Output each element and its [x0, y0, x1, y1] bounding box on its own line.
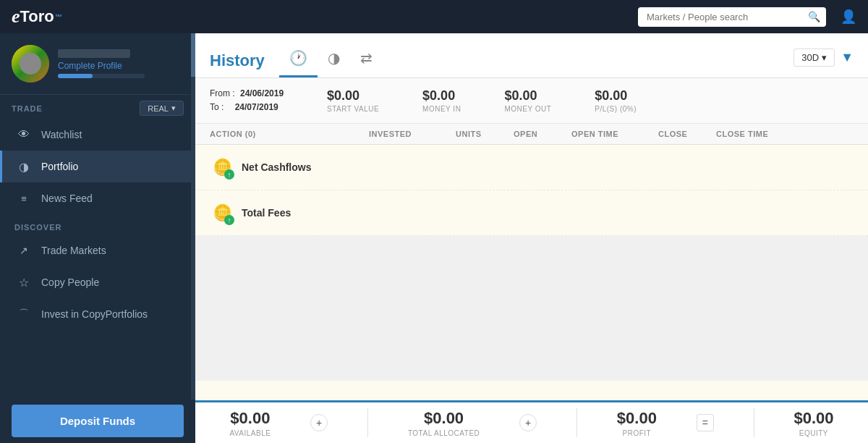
- col-open-time-header: OPEN TIME: [571, 130, 658, 138]
- divider: [754, 408, 754, 437]
- copy-portfolios-icon: ⌒: [17, 307, 31, 321]
- sidebar-scrollbar-thumb: [191, 33, 195, 77]
- main-layout: Complete Profile TRADE REAL ▾ 👁 Watchlis…: [0, 33, 868, 443]
- period-selector-button[interactable]: 30D ▾: [793, 48, 835, 67]
- stat-money-in: $0.00 MONEY IN: [422, 88, 461, 113]
- real-mode-button[interactable]: REAL ▾: [140, 101, 184, 116]
- cashflow-direction-icon: ↑: [224, 169, 234, 180]
- empty-table-area: [195, 236, 868, 381]
- discover-label: DISCOVER: [0, 214, 195, 235]
- filter-button[interactable]: ▼: [841, 50, 854, 65]
- bottom-bar: $0.00 AVAILABLE + $0.00 TOTAL ALLOCATED …: [195, 400, 868, 443]
- col-action-header: ACTION (0): [210, 130, 369, 138]
- transfer-icon: ⇄: [360, 49, 373, 67]
- trade-section: TRADE REAL ▾: [0, 95, 195, 119]
- stat-pl: $0.00 P/L(S) (0%): [595, 88, 637, 113]
- table-header: ACTION (0) INVESTED UNITS OPEN OPEN TIME…: [195, 124, 868, 145]
- nav-copy-portfolios[interactable]: ⌒ Invest in CopyPortfolios: [0, 298, 195, 330]
- pie-icon: ◑: [328, 49, 340, 67]
- equals-button[interactable]: =: [697, 414, 714, 431]
- sidebar-bottom: Deposit Funds: [0, 405, 195, 443]
- chevron-down-icon: ▾: [171, 104, 176, 113]
- header-controls: 30D ▾ ▼: [793, 48, 854, 72]
- table-body: 🪙 ↑ Net Cashflows 🪙 ↑ Total Fees: [195, 145, 868, 400]
- tab-history-transfer[interactable]: ⇄: [350, 43, 383, 77]
- divider: [367, 408, 368, 437]
- total-allocated-group: $0.00 TOTAL ALLOCATED: [408, 409, 480, 437]
- notifications-icon[interactable]: 👤: [841, 9, 856, 25]
- stats-bar: From : 24/06/2019 To : 24/07/2019 $0.00 …: [195, 78, 868, 124]
- top-navigation: eToro™ 🔍 👤: [0, 0, 868, 33]
- equity-group: $0.00 EQUITY: [793, 409, 833, 437]
- stat-equity: $0.00 EQUITY: [793, 409, 833, 437]
- logo: eToro™: [12, 6, 62, 28]
- total-fees-label: Total Fees: [242, 207, 291, 219]
- add-allocation-button[interactable]: +: [519, 414, 537, 431]
- trade-markets-icon: ↗: [17, 243, 31, 258]
- total-fees-icon: 🪙 ↑: [210, 201, 234, 225]
- divider: [576, 408, 577, 437]
- search-container: 🔍: [638, 7, 826, 27]
- sidebar-scrollbar[interactable]: [191, 33, 195, 400]
- table-row[interactable]: 🪙 ↑ Total Fees: [195, 190, 868, 236]
- nav-portfolio[interactable]: ◑ Portfolio: [0, 151, 195, 182]
- col-open-header: OPEN: [514, 130, 571, 138]
- complete-profile-link[interactable]: Complete Profile: [58, 61, 184, 71]
- stat-total-allocated: $0.00 TOTAL ALLOCATED: [408, 409, 480, 437]
- filter-icon: ▼: [841, 50, 854, 64]
- search-input[interactable]: [638, 7, 826, 27]
- trade-label: TRADE: [12, 104, 43, 113]
- newsfeed-icon: ≡: [17, 191, 31, 206]
- chevron-down-icon: ▾: [822, 52, 827, 63]
- nav-trade-markets[interactable]: ↗ Trade Markets: [0, 235, 195, 266]
- table-row[interactable]: 🪙 ↑ Net Cashflows: [195, 145, 868, 190]
- copy-people-icon: ☆: [17, 275, 31, 290]
- search-button[interactable]: 🔍: [808, 11, 820, 22]
- clock-icon: 🕐: [289, 49, 307, 67]
- col-units-header: UNITS: [456, 130, 514, 138]
- profile-info: Complete Profile: [58, 49, 184, 78]
- deposit-funds-button[interactable]: Deposit Funds: [12, 405, 184, 437]
- profile-section: Complete Profile: [0, 33, 195, 95]
- profit-group: $0.00 PROFIT: [617, 409, 657, 437]
- tab-history-clock[interactable]: 🕐: [279, 43, 318, 77]
- profile-name-placeholder: [58, 49, 130, 58]
- date-range: From : 24/06/2019 To : 24/07/2019: [210, 87, 284, 114]
- portfolio-icon: ◑: [17, 159, 31, 174]
- avatar: [12, 45, 49, 83]
- history-tabs: 🕐 ◑ ⇄: [279, 43, 794, 77]
- net-cashflows-label: Net Cashflows: [242, 161, 311, 173]
- col-close-header: CLOSE: [658, 130, 716, 138]
- history-header: History 🕐 ◑ ⇄ 30D ▾ ▼: [195, 33, 868, 78]
- nav-watchlist[interactable]: 👁 Watchlist: [0, 119, 195, 151]
- stat-money-out: $0.00 MONEY OUT: [504, 88, 551, 113]
- content-area: History 🕐 ◑ ⇄ 30D ▾ ▼: [195, 33, 868, 443]
- progress-bar-background: [58, 74, 145, 78]
- nav-newsfeed[interactable]: ≡ News Feed: [0, 182, 195, 214]
- history-title: History: [210, 51, 265, 70]
- stat-profit: $0.00 PROFIT: [617, 409, 657, 437]
- nav-copy-people[interactable]: ☆ Copy People: [0, 266, 195, 298]
- available-group: $0.00 AVAILABLE: [229, 409, 271, 437]
- col-invested-header: INVESTED: [369, 130, 456, 138]
- tab-history-pie[interactable]: ◑: [318, 43, 350, 77]
- add-funds-button[interactable]: +: [310, 414, 328, 431]
- sidebar: Complete Profile TRADE REAL ▾ 👁 Watchlis…: [0, 33, 195, 443]
- col-close-time-header: CLOSE TIME: [716, 130, 803, 138]
- net-cashflows-icon: 🪙 ↑: [210, 155, 234, 180]
- fees-direction-icon: ↑: [224, 215, 234, 225]
- stat-start-value: $0.00 START VALUE: [327, 88, 379, 113]
- stat-available: $0.00 AVAILABLE: [229, 409, 271, 437]
- progress-bar-fill: [58, 74, 93, 78]
- watchlist-icon: 👁: [17, 127, 31, 142]
